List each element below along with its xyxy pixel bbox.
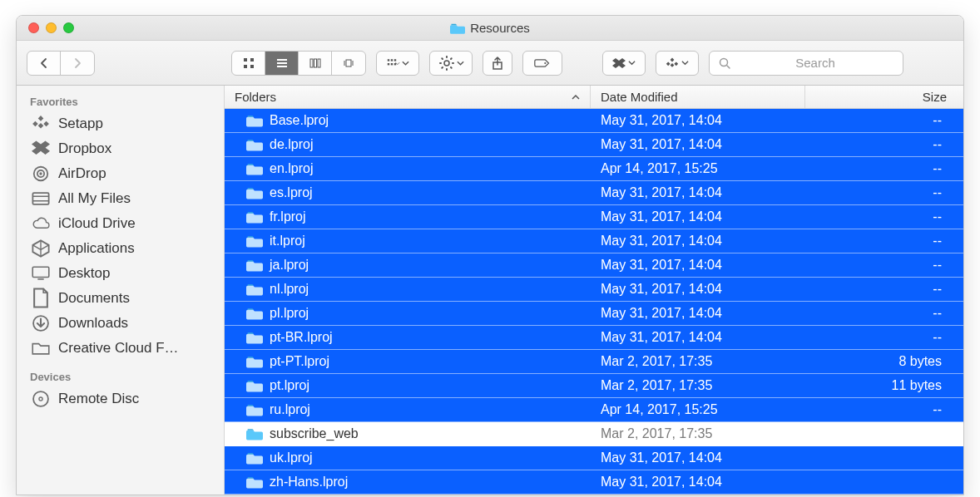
icloud-icon [32,216,50,231]
column-header-size[interactable]: Size [805,86,963,108]
file-name: nl.lproj [270,282,309,297]
sidebar-item-creative-cloud[interactable]: Creative Cloud F… [17,336,224,361]
view-list-button[interactable] [265,52,299,75]
sidebar-item-label: Setapp [58,116,103,132]
sidebar-item-desktop[interactable]: Desktop [17,261,224,286]
svg-point-19 [544,62,546,63]
file-date: Mar 2, 2017, 17:35 [601,378,712,393]
folder-icon [246,210,263,224]
svg-rect-10 [346,60,351,66]
close-button[interactable] [28,22,39,33]
file-list-pane: Folders Date Modified Size Base.lprojMay… [225,86,963,495]
documents-icon [32,291,50,306]
window-title-text: Resources [470,21,530,35]
sidebar-item-remote-disc[interactable]: Remote Disc [17,386,224,411]
table-row[interactable]: zh-Hans.lprojMay 31, 2017, 14:04 [225,470,963,495]
column-header-date[interactable]: Date Modified [591,86,805,108]
file-name: Base.lproj [270,113,329,128]
svg-rect-15 [390,63,392,65]
file-size: 8 bytes [898,354,942,369]
file-date: Mar 2, 2017, 17:35 [601,354,712,369]
sidebar-item-label: Dropbox [58,140,111,157]
search-icon [718,57,731,70]
table-row[interactable]: pt-PT.lprojMar 2, 2017, 17:358 bytes [225,350,963,374]
file-name: en.lproj [270,161,313,176]
view-icons-button[interactable] [232,52,265,75]
view-coverflow-button[interactable] [332,52,365,75]
window-body: Favorites Setapp Dropbox AirDrop All My … [17,86,963,495]
folder-icon [246,475,263,489]
back-button[interactable] [27,52,61,75]
table-row[interactable]: pt.lprojMar 2, 2017, 17:3511 bytes [225,374,963,398]
sidebar-item-downloads[interactable]: Downloads [17,311,224,336]
sidebar-item-label: Remote Disc [58,391,139,407]
svg-point-17 [444,61,449,66]
folder-icon [246,379,263,392]
file-size: -- [933,209,942,224]
file-name: uk.lproj [270,450,313,465]
share-button[interactable] [483,51,512,76]
svg-rect-3 [250,65,254,68]
folder-icon [246,186,263,199]
sidebar-item-all-my-files[interactable]: All My Files [17,186,224,211]
table-row[interactable]: pt-BR.lprojMay 31, 2017, 14:04-- [225,326,963,350]
column-header-folders[interactable]: Folders [225,86,591,108]
finder-window: Resources [16,15,964,495]
forward-button[interactable] [61,52,94,75]
file-date: Mar 2, 2017, 17:35 [601,426,712,441]
sort-indicator-icon [572,94,580,101]
table-row[interactable]: uk.lprojMay 31, 2017, 14:04 [225,446,963,470]
file-date: May 31, 2017, 14:04 [601,113,722,128]
sidebar: Favorites Setapp Dropbox AirDrop All My … [17,86,225,495]
table-row[interactable]: nl.lprojMay 31, 2017, 14:04-- [225,278,963,302]
sidebar-item-setapp[interactable]: Setapp [17,111,224,136]
table-row[interactable]: Base.lprojMay 31, 2017, 14:04-- [225,109,963,133]
sidebar-section-favorites: Favorites [17,91,224,111]
table-row[interactable]: ru.lprojApr 14, 2017, 15:25-- [225,398,963,422]
titlebar: Resources [17,16,963,41]
sidebar-item-dropbox[interactable]: Dropbox [17,136,224,161]
action-button[interactable] [429,51,473,76]
arrange-button[interactable] [376,51,419,76]
sidebar-item-applications[interactable]: Applications [17,236,224,261]
setapp-toolbar-button[interactable] [656,51,699,76]
search-field[interactable] [709,51,903,76]
sidebar-item-documents[interactable]: Documents [17,286,224,311]
fullscreen-button[interactable] [63,22,74,33]
table-row[interactable]: subscribe_webMar 2, 2017, 17:35 [225,422,963,446]
file-name: pt.lproj [270,378,309,393]
folder-icon [246,283,263,296]
table-row[interactable]: pl.lprojMay 31, 2017, 14:04-- [225,302,963,326]
folder-icon [246,403,263,416]
window-title: Resources [17,21,963,35]
svg-rect-4 [277,59,287,61]
table-row[interactable]: it.lprojMay 31, 2017, 14:04-- [225,229,963,253]
sidebar-item-label: Desktop [58,265,110,282]
file-name: pt-BR.lproj [270,330,333,345]
svg-point-23 [39,172,42,175]
sidebar-item-airdrop[interactable]: AirDrop [17,161,224,186]
file-name: es.lproj [270,185,313,200]
table-row[interactable]: ja.lprojMay 31, 2017, 14:04-- [225,253,963,278]
view-mode-segment [231,51,366,76]
desktop-icon [32,266,50,281]
minimize-button[interactable] [46,22,57,33]
file-size: -- [933,306,942,321]
file-name: zh-Hans.lproj [270,475,348,490]
view-columns-button[interactable] [299,52,332,75]
svg-rect-13 [393,59,395,61]
table-row[interactable]: fr.lprojMay 31, 2017, 14:04-- [225,205,963,229]
svg-rect-1 [250,58,254,62]
file-name: subscribe_web [270,426,359,441]
table-row[interactable]: es.lprojMay 31, 2017, 14:04-- [225,181,963,205]
tags-button[interactable] [522,51,562,76]
table-row[interactable]: de.lprojMay 31, 2017, 14:04-- [225,133,963,157]
all-my-files-icon [32,191,50,206]
svg-rect-7 [310,59,313,67]
file-rows[interactable]: Base.lprojMay 31, 2017, 14:04--de.lprojM… [225,109,963,495]
search-input[interactable] [736,56,894,70]
file-size: 11 bytes [892,378,942,393]
sidebar-item-icloud[interactable]: iCloud Drive [17,211,224,236]
table-row[interactable]: en.lprojApr 14, 2017, 15:25-- [225,157,963,181]
dropbox-toolbar-button[interactable] [602,51,646,76]
